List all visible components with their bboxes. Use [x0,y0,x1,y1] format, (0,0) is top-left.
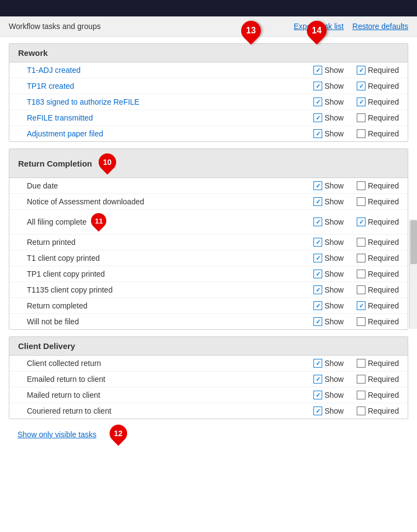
required-checkbox[interactable] [357,218,365,226]
required-checkbox[interactable] [357,407,365,415]
task-controls: Show Required [313,129,399,138]
task-label: Return completed [27,301,313,310]
required-checkbox[interactable] [357,375,365,384]
required-checkbox-group: Required [357,218,399,226]
show-label: Show [324,82,344,90]
scrollbar-thumb[interactable] [410,220,417,264]
required-label: Required [368,98,399,106]
table-row: Return printed Show Required [9,234,408,250]
required-checkbox-group: Required [357,270,399,278]
show-checkbox-group: Show [313,301,344,310]
badge-12: 12 [106,421,130,445]
show-checkbox[interactable] [313,407,322,415]
scrollbar[interactable] [409,219,417,329]
show-checkbox[interactable] [313,359,322,368]
required-checkbox-group: Required [357,238,399,247]
show-label: Show [324,218,344,226]
show-checkbox[interactable] [313,238,322,247]
header: Workflow tasks and groups Export task li… [0,16,417,37]
show-label: Show [324,317,344,326]
required-checkbox[interactable] [357,359,365,368]
task-label: Emailed return to client [27,375,313,384]
badge-10: 10 [95,150,119,174]
task-label: T1-ADJ created [27,66,313,75]
badge-11: 11 [88,210,110,232]
required-checkbox[interactable] [357,82,365,90]
required-checkbox[interactable] [357,181,365,190]
show-checkbox[interactable] [313,181,322,190]
rework-section-header: Rework [9,44,408,62]
show-only-visible-link[interactable]: Show only visible tasks [9,424,105,445]
rework-section: Rework T1-ADJ created Show Required TP1R… [9,43,408,142]
show-checkbox[interactable] [313,66,322,75]
show-checkbox[interactable] [313,375,322,384]
required-checkbox-group: Required [357,129,399,138]
table-row: All filing complete 11 Show Required [9,210,408,234]
show-label: Show [324,254,344,262]
required-checkbox[interactable] [357,98,365,106]
required-checkbox[interactable] [357,301,365,310]
required-checkbox[interactable] [357,285,365,294]
table-row: Couriered return to client Show Required [9,403,408,419]
header-title: Workflow tasks and groups [9,22,101,31]
show-label: Show [324,129,344,138]
return-completion-header: Return Completion 10 [9,149,408,178]
table-row: Return completed Show Required [9,298,408,314]
show-label: Show [324,270,344,278]
show-checkbox[interactable] [313,285,322,294]
top-bar [0,0,417,16]
required-label: Required [368,82,399,90]
show-label: Show [324,359,344,368]
show-checkbox-group: Show [313,129,344,138]
show-checkbox[interactable] [313,197,322,206]
required-label: Required [368,375,399,384]
show-checkbox[interactable] [313,270,322,278]
show-checkbox[interactable] [313,113,322,122]
required-checkbox[interactable] [357,391,365,399]
show-checkbox[interactable] [313,317,322,326]
task-controls: Show Required [313,270,399,278]
required-checkbox[interactable] [357,66,365,75]
required-checkbox[interactable] [357,129,365,138]
required-checkbox-group: Required [357,285,399,294]
show-checkbox-group: Show [313,317,344,326]
show-checkbox[interactable] [313,129,322,138]
client-delivery-header: Client Delivery [9,337,408,356]
table-row: T183 signed to authorize ReFILE Show Req… [9,94,408,110]
show-checkbox-group: Show [313,98,344,106]
required-label: Required [368,181,399,190]
required-checkbox-group: Required [357,98,399,106]
show-checkbox[interactable] [313,218,322,226]
content: Rework T1-ADJ created Show Required TP1R… [0,43,417,459]
required-checkbox[interactable] [357,317,365,326]
show-checkbox[interactable] [313,82,322,90]
required-checkbox[interactable] [357,254,365,262]
required-checkbox[interactable] [357,238,365,247]
required-checkbox-group: Required [357,301,399,310]
show-checkbox[interactable] [313,254,322,262]
task-controls: Show Required [313,301,399,310]
task-controls: Show Required [313,238,399,247]
table-row: Notice of Assessment downloaded Show Req… [9,194,408,210]
required-checkbox[interactable] [357,197,365,206]
task-label: TP1R created [27,82,313,90]
show-checkbox[interactable] [313,301,322,310]
table-row: T1 client copy printed Show Required [9,250,408,266]
show-label: Show [324,407,344,415]
show-checkbox[interactable] [313,98,322,106]
task-controls: Show Required [313,98,399,106]
show-checkbox[interactable] [313,391,322,399]
footer: Show only visible tasks 12 [9,419,408,450]
table-row: TP1 client copy printed Show Required [9,266,408,282]
required-label: Required [368,407,399,415]
task-controls: Show Required [313,375,399,384]
required-checkbox[interactable] [357,113,365,122]
required-label: Required [368,301,399,310]
required-checkbox-group: Required [357,197,399,206]
table-row: Emailed return to client Show Required [9,371,408,387]
restore-defaults-link[interactable]: Restore defaults [352,22,408,31]
required-checkbox[interactable] [357,270,365,278]
table-row: Due date Show Required [9,178,408,194]
task-controls: Show Required [313,181,399,190]
required-checkbox-group: Required [357,66,399,75]
